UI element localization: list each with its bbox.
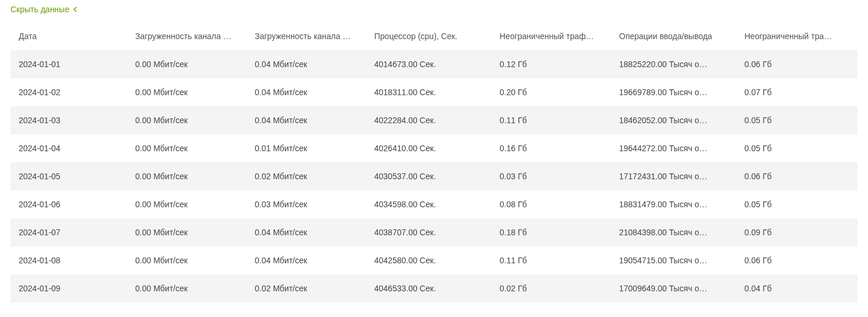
cell-date: 2024-01-01 bbox=[10, 50, 127, 78]
cell-chan_b: 0.03 Мбит/сек bbox=[247, 190, 366, 218]
cell-traf_b: 0.05 Гб bbox=[736, 190, 858, 218]
cell-traf_b: 0.06 Гб bbox=[736, 162, 858, 190]
cell-io: 18462052.00 Тысяч о… bbox=[611, 106, 736, 134]
cell-traf_b: 0.09 Гб bbox=[736, 218, 858, 246]
cell-chan_a: 0.00 Мбит/сек bbox=[127, 274, 247, 302]
cell-cpu: 4022284.00 Сек. bbox=[366, 106, 491, 134]
cell-traf_b: 0.05 Гб bbox=[736, 106, 858, 134]
cell-chan_b: 0.04 Мбит/сек bbox=[247, 50, 366, 78]
cell-traf_b: 0.05 Гб bbox=[736, 134, 858, 162]
table-row: 2024-01-090.00 Мбит/сек0.02 Мбит/сек4046… bbox=[10, 274, 858, 302]
table-row: 2024-01-060.00 Мбит/сек0.03 Мбит/сек4034… bbox=[10, 190, 858, 218]
cell-chan_a: 0.00 Мбит/сек bbox=[127, 190, 247, 218]
table-row: 2024-01-050.00 Мбит/сек0.02 Мбит/сек4030… bbox=[10, 162, 858, 190]
cell-chan_a: 0.00 Мбит/сек bbox=[127, 134, 247, 162]
cell-cpu: 4018311.00 Сек. bbox=[366, 78, 491, 106]
cell-traf_a: 0.11 Гб bbox=[491, 246, 611, 274]
cell-traf_a: 0.08 Гб bbox=[491, 190, 611, 218]
cell-cpu: 4030537.00 Сек. bbox=[366, 162, 491, 190]
col-header-traf-a[interactable]: Неограниченный траф… bbox=[491, 22, 611, 50]
cell-chan_a: 0.00 Мбит/сек bbox=[127, 106, 247, 134]
cell-date: 2024-01-08 bbox=[10, 246, 127, 274]
table-row: 2024-01-040.00 Мбит/сек0.01 Мбит/сек4026… bbox=[10, 134, 858, 162]
cell-chan_a: 0.00 Мбит/сек bbox=[127, 218, 247, 246]
cell-traf_a: 0.02 Гб bbox=[491, 274, 611, 302]
cell-cpu: 4014673.00 Сек. bbox=[366, 50, 491, 78]
cell-chan_b: 0.02 Мбит/сек bbox=[247, 162, 366, 190]
cell-traf_b: 0.07 Гб bbox=[736, 78, 858, 106]
cell-chan_a: 0.00 Мбит/сек bbox=[127, 78, 247, 106]
col-header-chan-a[interactable]: Загруженность канала … bbox=[127, 22, 247, 50]
cell-date: 2024-01-06 bbox=[10, 190, 127, 218]
cell-chan_a: 0.00 Мбит/сек bbox=[127, 246, 247, 274]
cell-chan_b: 0.04 Мбит/сек bbox=[247, 246, 366, 274]
cell-traf_a: 0.16 Гб bbox=[491, 134, 611, 162]
cell-chan_a: 0.00 Мбит/сек bbox=[127, 50, 247, 78]
cell-traf_a: 0.11 Гб bbox=[491, 106, 611, 134]
table-row: 2024-01-080.00 Мбит/сек0.04 Мбит/сек4042… bbox=[10, 246, 858, 274]
col-header-traf-b[interactable]: Неограниченный тра… bbox=[736, 22, 858, 50]
cell-traf_a: 0.18 Гб bbox=[491, 218, 611, 246]
table-row: 2024-01-070.00 Мбит/сек0.04 Мбит/сек4038… bbox=[10, 218, 858, 246]
cell-traf_b: 0.06 Гб bbox=[736, 246, 858, 274]
cell-traf_a: 0.20 Гб bbox=[491, 78, 611, 106]
col-header-chan-b[interactable]: Загруженность канала … bbox=[247, 22, 366, 50]
col-header-cpu[interactable]: Процессор (cpu), Сек. bbox=[366, 22, 491, 50]
hide-data-toggle[interactable]: Скрыть данные bbox=[10, 5, 78, 14]
cell-chan_a: 0.00 Мбит/сек bbox=[127, 162, 247, 190]
cell-io: 21084398.00 Тысяч о… bbox=[611, 218, 736, 246]
cell-date: 2024-01-05 bbox=[10, 162, 127, 190]
chevron-left-icon bbox=[69, 5, 78, 14]
cell-chan_b: 0.04 Мбит/сек bbox=[247, 106, 366, 134]
cell-date: 2024-01-09 bbox=[10, 274, 127, 302]
table-header-row: Дата Загруженность канала … Загруженност… bbox=[10, 22, 858, 50]
cell-cpu: 4026410.00 Сек. bbox=[366, 134, 491, 162]
cell-chan_b: 0.02 Мбит/сек bbox=[247, 274, 366, 302]
cell-cpu: 4038707.00 Сек. bbox=[366, 218, 491, 246]
table-row: 2024-01-030.00 Мбит/сек0.04 Мбит/сек4022… bbox=[10, 106, 858, 134]
table-row: 2024-01-010.00 Мбит/сек0.04 Мбит/сек4014… bbox=[10, 50, 858, 78]
cell-chan_b: 0.04 Мбит/сек bbox=[247, 78, 366, 106]
cell-chan_b: 0.01 Мбит/сек bbox=[247, 134, 366, 162]
cell-io: 19644272.00 Тысяч о… bbox=[611, 134, 736, 162]
cell-date: 2024-01-04 bbox=[10, 134, 127, 162]
table-row: 2024-01-020.00 Мбит/сек0.04 Мбит/сек4018… bbox=[10, 78, 858, 106]
col-header-io[interactable]: Операции ввода/вывода bbox=[611, 22, 736, 50]
cell-cpu: 4034598.00 Сек. bbox=[366, 190, 491, 218]
cell-io: 18831479.00 Тысяч о… bbox=[611, 190, 736, 218]
cell-date: 2024-01-07 bbox=[10, 218, 127, 246]
hide-data-label: Скрыть данные bbox=[10, 5, 69, 14]
cell-date: 2024-01-03 bbox=[10, 106, 127, 134]
cell-io: 19669789.00 Тысяч о… bbox=[611, 78, 736, 106]
cell-io: 18825220.00 Тысяч о… bbox=[611, 50, 736, 78]
cell-date: 2024-01-02 bbox=[10, 78, 127, 106]
cell-cpu: 4046533.00 Сек. bbox=[366, 274, 491, 302]
cell-traf_b: 0.06 Гб bbox=[736, 50, 858, 78]
stats-table: Дата Загруженность канала … Загруженност… bbox=[10, 22, 858, 302]
cell-traf_b: 0.04 Гб bbox=[736, 274, 858, 302]
cell-traf_a: 0.03 Гб bbox=[491, 162, 611, 190]
cell-io: 17009649.00 Тысяч о… bbox=[611, 274, 736, 302]
cell-cpu: 4042580.00 Сек. bbox=[366, 246, 491, 274]
col-header-date[interactable]: Дата bbox=[10, 22, 127, 50]
cell-traf_a: 0.12 Гб bbox=[491, 50, 611, 78]
cell-io: 17172431.00 Тысяч о… bbox=[611, 162, 736, 190]
cell-io: 19054715.00 Тысяч о… bbox=[611, 246, 736, 274]
cell-chan_b: 0.04 Мбит/сек bbox=[247, 218, 366, 246]
